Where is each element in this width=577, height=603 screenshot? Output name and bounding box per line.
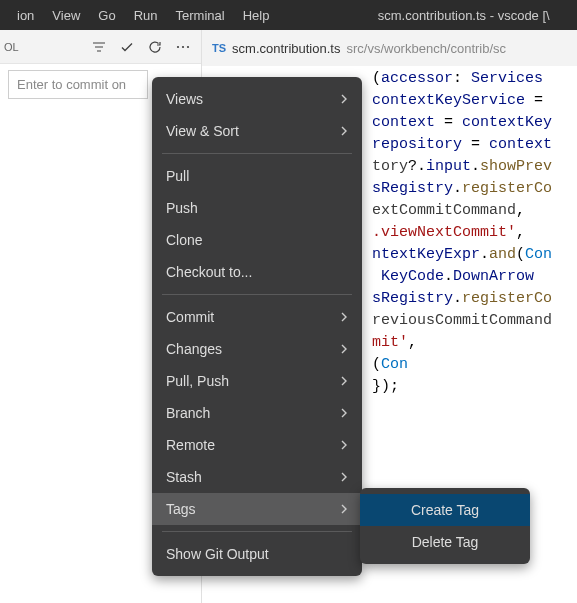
menu-item[interactable]: Create Tag [360, 494, 530, 526]
menubar-item[interactable]: Run [125, 0, 167, 30]
chevron-right-icon [340, 94, 348, 104]
commit-message-input[interactable]: Enter to commit on [8, 70, 148, 99]
menu-item[interactable]: Show Git Output [152, 538, 362, 570]
menu-item[interactable]: Push [152, 192, 362, 224]
menu-item-label: Checkout to... [166, 264, 348, 280]
menu-item[interactable]: Pull, Push [152, 365, 362, 397]
chevron-right-icon [340, 472, 348, 482]
menu-item[interactable]: Tags [152, 493, 362, 525]
menubar-item[interactable]: Help [234, 0, 279, 30]
refresh-icon[interactable] [143, 35, 167, 59]
menu-item-label: Push [166, 200, 348, 216]
menu-item[interactable]: Commit [152, 301, 362, 333]
menubar-item[interactable]: Terminal [167, 0, 234, 30]
scm-toolbar: OL [0, 30, 201, 64]
menu-item[interactable]: Remote [152, 429, 362, 461]
menu-item[interactable]: Stash [152, 461, 362, 493]
chevron-right-icon [340, 344, 348, 354]
menu-separator [162, 531, 352, 532]
check-icon[interactable] [115, 35, 139, 59]
menu-item[interactable]: Delete Tag [360, 526, 530, 558]
menu-item-label: Commit [166, 309, 340, 325]
menubar-item[interactable]: ion [8, 0, 43, 30]
tags-submenu[interactable]: Create TagDelete Tag [360, 488, 530, 564]
chevron-right-icon [340, 440, 348, 450]
svg-point-2 [187, 45, 189, 47]
menu-item[interactable]: View & Sort [152, 115, 362, 147]
svg-point-1 [182, 45, 184, 47]
chevron-right-icon [340, 126, 348, 136]
menu-separator [162, 294, 352, 295]
menu-separator [162, 153, 352, 154]
window-title: scm.contribution.ts - vscode [\ [278, 8, 569, 23]
menu-item-label: Changes [166, 341, 340, 357]
menu-item-label: Remote [166, 437, 340, 453]
menubar-item[interactable]: Go [89, 0, 124, 30]
menu-item-label: Tags [166, 501, 340, 517]
menu-item[interactable]: Branch [152, 397, 362, 429]
menu-item-label: Pull [166, 168, 348, 184]
menu-item-label: Views [166, 91, 340, 107]
menu-item-label: Pull, Push [166, 373, 340, 389]
more-icon[interactable] [171, 35, 195, 59]
chevron-right-icon [340, 504, 348, 514]
editor-tab[interactable]: TS scm.contribution.ts src/vs/workbench/… [202, 30, 577, 66]
menu-item[interactable]: Clone [152, 224, 362, 256]
tab-file-name: scm.contribution.ts [232, 41, 340, 56]
menu-item-label: Delete Tag [374, 534, 516, 550]
chevron-right-icon [340, 408, 348, 418]
ts-file-icon: TS [212, 42, 226, 54]
menu-item[interactable]: Checkout to... [152, 256, 362, 288]
menu-item-label: Create Tag [374, 502, 516, 518]
menu-item[interactable]: Changes [152, 333, 362, 365]
menu-item-label: Show Git Output [166, 546, 348, 562]
menu-item-label: Clone [166, 232, 348, 248]
svg-point-0 [177, 45, 179, 47]
tab-file-path: src/vs/workbench/contrib/sc [346, 41, 506, 56]
title-bar: ion View Go Run Terminal Help scm.contri… [0, 0, 577, 30]
chevron-right-icon [340, 312, 348, 322]
scm-context-menu[interactable]: ViewsView & SortPullPushCloneCheckout to… [152, 77, 362, 576]
menu-item[interactable]: Views [152, 83, 362, 115]
menubar-item[interactable]: View [43, 0, 89, 30]
filter-icon[interactable] [87, 35, 111, 59]
menu-item-label: View & Sort [166, 123, 340, 139]
menu-item-label: Branch [166, 405, 340, 421]
menu-item[interactable]: Pull [152, 160, 362, 192]
menu-item-label: Stash [166, 469, 340, 485]
chevron-right-icon [340, 376, 348, 386]
scm-label-fragment: OL [4, 41, 19, 53]
